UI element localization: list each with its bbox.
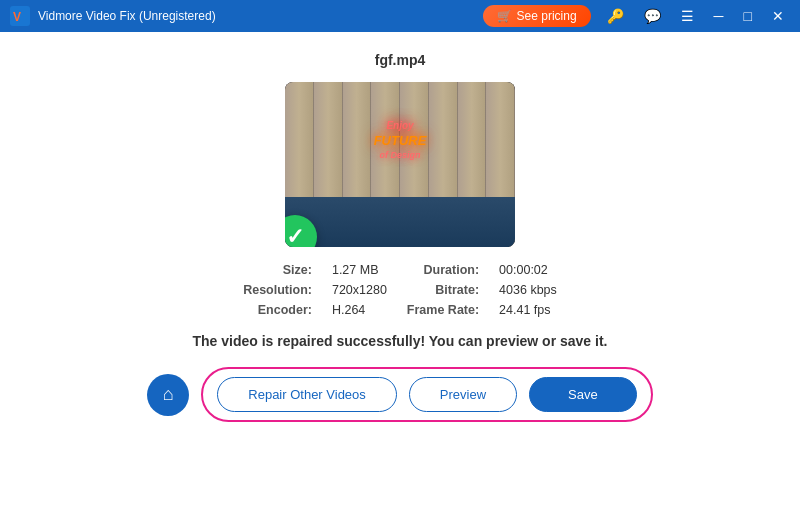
svg-text:V: V [13,10,21,24]
home-button[interactable]: ⌂ [147,374,189,416]
neon-text: Enjoy FUTURE of Design [374,120,427,160]
size-value: 1.27 MB [332,263,387,277]
filename-label: fgf.mp4 [375,52,426,68]
pricing-label: See pricing [517,9,577,23]
bitrate-label: Bitrate: [407,283,479,297]
app-title: Vidmore Video Fix (Unregistered) [38,9,483,23]
minimize-button[interactable]: ─ [708,7,730,25]
save-button[interactable]: Save [529,377,637,412]
app-logo: V [10,6,30,26]
framerate-label: Frame Rate: [407,303,479,317]
home-icon: ⌂ [163,384,174,405]
framerate-value: 24.41 fps [499,303,557,317]
video-thumbnail: Enjoy FUTURE of Design [285,82,515,247]
maximize-button[interactable]: □ [738,7,758,25]
size-label: Size: [243,263,312,277]
pricing-button[interactable]: 🛒 See pricing [483,5,591,27]
repair-other-button[interactable]: Repair Other Videos [217,377,397,412]
success-message: The video is repaired successfully! You … [193,333,608,349]
action-buttons-group: Repair Other Videos Preview Save [201,367,652,422]
key-icon[interactable]: 🔑 [601,6,630,26]
duration-label: Duration: [407,263,479,277]
video-container: Enjoy FUTURE of Design ✓ [285,82,515,247]
bitrate-value: 4036 kbps [499,283,557,297]
sofa-area [285,197,515,247]
actions-container: ⌂ Repair Other Videos Preview Save [147,367,652,422]
checkmark-icon: ✓ [286,226,304,247]
file-info: Size: 1.27 MB Duration: 00:00:02 Resolut… [243,263,557,317]
close-button[interactable]: ✕ [766,7,790,25]
title-bar-controls: 🔑 💬 ☰ ─ □ ✕ [601,6,790,26]
cart-icon: 🛒 [497,9,512,23]
title-bar: V Vidmore Video Fix (Unregistered) 🛒 See… [0,0,800,32]
chat-icon[interactable]: 💬 [638,6,667,26]
resolution-label: Resolution: [243,283,312,297]
preview-button[interactable]: Preview [409,377,517,412]
menu-icon[interactable]: ☰ [675,6,700,26]
main-content: fgf.mp4 Enjoy FUTURE of Design ✓ Size: 1… [0,32,800,523]
encoder-label: Encoder: [243,303,312,317]
resolution-value: 720x1280 [332,283,387,297]
encoder-value: H.264 [332,303,387,317]
duration-value: 00:00:02 [499,263,557,277]
